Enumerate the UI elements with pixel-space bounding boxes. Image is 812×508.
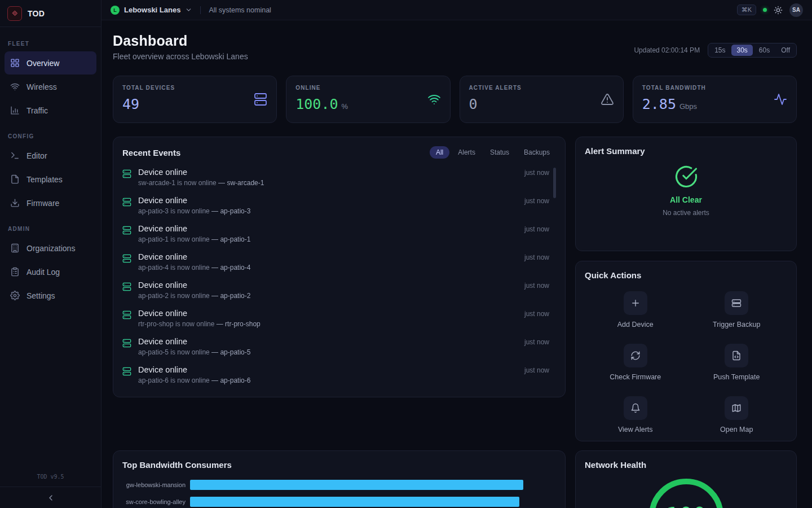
sidebar-item-label: Overview bbox=[27, 59, 59, 68]
bar-fill bbox=[190, 480, 523, 490]
sun-icon bbox=[774, 6, 783, 15]
scrollbar-thumb[interactable] bbox=[553, 168, 556, 198]
refresh-option-30s[interactable]: 30s bbox=[731, 45, 752, 56]
diamond-icon bbox=[11, 9, 19, 17]
brand: TOD bbox=[0, 0, 101, 27]
sidebar-item-wireless[interactable]: Wireless bbox=[5, 75, 96, 98]
sidebar-item-traffic[interactable]: Traffic bbox=[5, 99, 96, 122]
network-health-title: Network Health bbox=[585, 460, 787, 470]
command-palette-shortcut[interactable]: ⌘K bbox=[737, 5, 756, 15]
refresh-option-15s[interactable]: 15s bbox=[709, 45, 730, 56]
event-title: Device online bbox=[138, 365, 250, 374]
events-tab-status[interactable]: Status bbox=[484, 146, 515, 159]
event-time: just now bbox=[524, 309, 549, 318]
sidebar-item-organizations[interactable]: Organizations bbox=[5, 237, 96, 260]
building-icon bbox=[10, 243, 20, 253]
event-detail: ap-patio-4 is now online — ap-patio-4 bbox=[138, 264, 250, 271]
bell-icon bbox=[630, 403, 641, 413]
sidebar-collapse-button[interactable] bbox=[0, 487, 101, 508]
events-tab-alerts[interactable]: Alerts bbox=[452, 146, 482, 159]
quick-action-add-device[interactable]: Add Device bbox=[617, 291, 654, 329]
org-avatar: L bbox=[111, 6, 120, 15]
stat-value: 2.85 bbox=[642, 96, 676, 112]
network-health-card: Network Health 100 bbox=[575, 450, 797, 508]
event-row: Device onlineap-patio-5 is now online — … bbox=[122, 332, 556, 361]
quick-action-view-alerts[interactable]: View Alerts bbox=[618, 396, 653, 433]
quick-action-label: Open Map bbox=[720, 426, 753, 433]
sidebar-item-label: Templates bbox=[27, 175, 63, 184]
grid-icon bbox=[10, 58, 20, 68]
quick-action-label: Push Template bbox=[713, 373, 760, 381]
event-device: — sw-arcade-1 bbox=[218, 179, 264, 187]
stat-unit: Gbps bbox=[679, 102, 697, 111]
events-tabs: AllAlertsStatusBackups bbox=[430, 146, 556, 159]
recent-events-card: Recent Events AllAlertsStatusBackups Dev… bbox=[113, 137, 566, 397]
bar-track bbox=[190, 480, 556, 490]
sidebar-item-editor[interactable]: Editor bbox=[5, 144, 96, 167]
event-device: — ap-patio-5 bbox=[211, 348, 250, 356]
app-version: TOD v9.5 bbox=[0, 469, 101, 487]
quick-action-check-firmware[interactable]: Check Firmware bbox=[610, 344, 661, 381]
refresh-icon bbox=[630, 351, 641, 361]
event-time: just now bbox=[524, 252, 549, 261]
map-icon bbox=[731, 403, 742, 413]
avatar[interactable]: SA bbox=[789, 3, 803, 17]
chevron-down-icon bbox=[185, 6, 192, 14]
refresh-option-60s[interactable]: 60s bbox=[754, 45, 775, 56]
event-row: Device onlinertr-pro-shop is now online … bbox=[122, 304, 556, 332]
sidebar-item-settings[interactable]: Settings bbox=[5, 284, 96, 307]
warning-icon bbox=[601, 93, 614, 106]
bell-icon bbox=[624, 396, 647, 420]
activity-icon bbox=[774, 93, 787, 106]
event-row: Device onlinesw-arcade-1 is now online —… bbox=[122, 163, 556, 191]
event-device: — ap-patio-4 bbox=[211, 264, 250, 271]
quick-action-label: Check Firmware bbox=[610, 373, 661, 381]
server-icon bbox=[122, 339, 131, 348]
topbar-divider bbox=[200, 6, 201, 14]
stat-value: 49 bbox=[122, 96, 139, 112]
sidebar-item-firmware[interactable]: Firmware bbox=[5, 191, 96, 214]
file-icon bbox=[10, 174, 20, 184]
event-row: Device onlineap-patio-4 is now online — … bbox=[122, 248, 556, 276]
sidebar: TOD FLEETOverviewWirelessTrafficCONFIGEd… bbox=[0, 0, 102, 508]
stat-card-active-alerts: ACTIVE ALERTS0 bbox=[460, 76, 624, 123]
system-status: All systems nominal bbox=[209, 6, 271, 14]
event-title: Device online bbox=[138, 196, 250, 205]
refresh-interval-control: 15s30s60sOff bbox=[708, 43, 797, 58]
sidebar-item-audit-log[interactable]: Audit Log bbox=[5, 260, 96, 283]
sidebar-item-templates[interactable]: Templates bbox=[5, 168, 96, 191]
quick-action-trigger-backup[interactable]: Trigger Backup bbox=[713, 291, 760, 329]
stats-row: TOTAL DEVICES49ONLINE100.0%ACTIVE ALERTS… bbox=[113, 76, 797, 123]
event-detail: ap-patio-6 is now online — ap-patio-6 bbox=[138, 376, 250, 384]
refresh-option-off[interactable]: Off bbox=[776, 45, 795, 56]
org-switcher[interactable]: L Lebowski Lanes bbox=[111, 6, 192, 15]
alert-summary-card: Alert Summary All Clear No active alerts bbox=[575, 137, 797, 251]
clipboard-icon bbox=[10, 267, 20, 277]
theme-toggle[interactable] bbox=[774, 6, 783, 15]
sidebar-item-overview[interactable]: Overview bbox=[5, 51, 96, 75]
stat-card-online: ONLINE100.0% bbox=[286, 76, 450, 123]
wifi-icon bbox=[427, 93, 441, 106]
bandwidth-title: Top Bandwidth Consumers bbox=[122, 460, 556, 470]
topbar: L Lebowski Lanes All systems nominal ⌘K … bbox=[102, 0, 812, 20]
events-tab-backups[interactable]: Backups bbox=[518, 146, 556, 159]
sun-icon bbox=[774, 6, 783, 15]
stat-value: 100.0 bbox=[295, 96, 338, 112]
chart-icon bbox=[10, 106, 20, 115]
alert-note: No active alerts bbox=[663, 209, 709, 217]
event-device: — rtr-pro-shop bbox=[217, 320, 261, 328]
sidebar-item-label: Organizations bbox=[27, 244, 75, 253]
event-time: just now bbox=[524, 224, 549, 233]
sidebar-item-label: Audit Log bbox=[27, 268, 60, 277]
event-time: just now bbox=[524, 196, 549, 205]
events-tab-all[interactable]: All bbox=[430, 146, 449, 159]
bandwidth-bar-row: sw-core-bowling-alley bbox=[122, 497, 556, 507]
topbar-actions: ⌘K SA bbox=[737, 3, 803, 17]
server-icon bbox=[254, 93, 267, 106]
quick-action-push-template[interactable]: Push Template bbox=[713, 344, 760, 381]
quick-actions-grid: Add DeviceTrigger BackupCheck FirmwarePu… bbox=[585, 291, 787, 433]
sidebar-item-label: Settings bbox=[27, 291, 55, 300]
event-time: just now bbox=[524, 168, 549, 177]
backup-icon bbox=[725, 291, 748, 315]
quick-action-open-map[interactable]: Open Map bbox=[720, 396, 753, 433]
